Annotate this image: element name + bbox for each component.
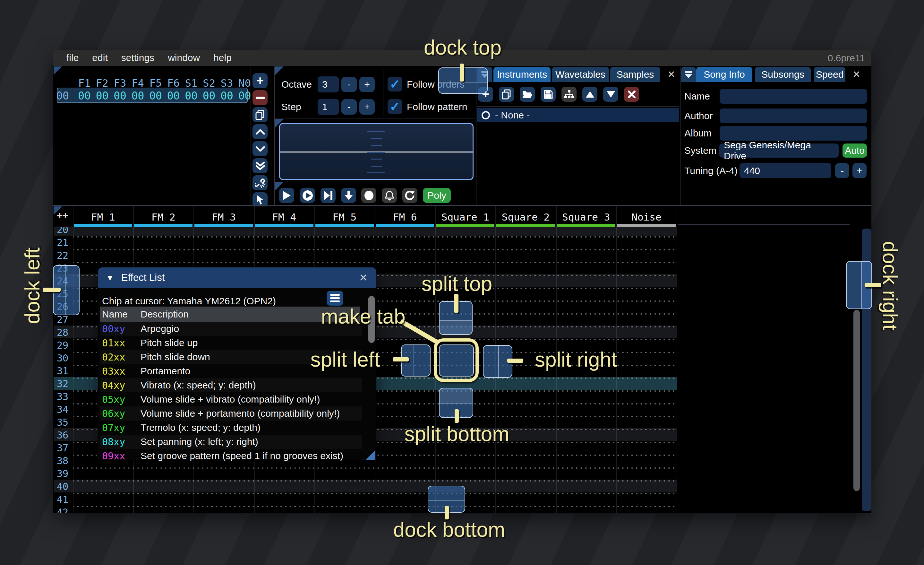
annotation-split-left: split left [310, 348, 380, 371]
annotation-pointer-split-top [454, 294, 459, 313]
annotation-pointer-dock-top [460, 63, 464, 81]
annotation-pointer-split-left [393, 357, 409, 361]
annotation-pointer-dock-left [43, 288, 61, 292]
annotation-make-tab: make tab [321, 305, 405, 328]
annotation-dock-left: dock left [21, 248, 44, 324]
annotation-split-bottom: split bottom [404, 422, 509, 446]
annotation-dock-right: dock right [878, 241, 902, 330]
annotation-split-top: split top [422, 272, 492, 296]
annotation-pointer-dock-bottom [445, 506, 449, 519]
annotation-dock-top: dock top [424, 36, 501, 59]
annotation-pointer-dock-right [865, 283, 881, 287]
annotation-split-right: split right [535, 348, 617, 371]
annotation-dock-bottom: dock bottom [393, 518, 506, 542]
annotation-pointer-split-right [507, 359, 523, 363]
annotation-pointer-split-bottom [454, 409, 459, 423]
